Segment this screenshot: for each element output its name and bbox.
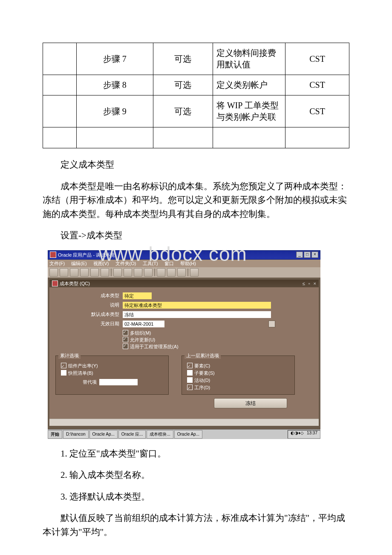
- form-restore-icon[interactable]: ▫: [308, 280, 310, 287]
- clock: 13:37: [307, 431, 317, 435]
- cell-module: CST: [285, 43, 349, 75]
- heading-define-cost-type: 定义成本类型: [43, 158, 349, 172]
- taskbar-item[interactable]: Oracle Ap...: [174, 430, 202, 439]
- cell-optional: 可选: [153, 75, 213, 95]
- toolbar-button[interactable]: [101, 268, 109, 277]
- checkbox-operation[interactable]: [187, 384, 193, 390]
- taskbar-item[interactable]: Oracle 应...: [118, 430, 146, 439]
- cell-step: 步骤 9: [76, 95, 153, 127]
- legend-rollup: 累计选项: [58, 353, 81, 359]
- label-activity: 活动(D): [194, 378, 210, 383]
- toolbar-button[interactable]: [49, 268, 58, 277]
- toolbar-separator: [111, 269, 112, 276]
- form-titlebar: 成本类型 (QC) ≤ ▫ ×: [49, 280, 319, 287]
- checkbox-subelement[interactable]: [187, 370, 193, 376]
- table-row-empty: [43, 127, 349, 148]
- step-1: 1. 定位至"成本类型"窗口。: [43, 447, 349, 461]
- start-button[interactable]: 开始: [48, 430, 62, 439]
- para-nav: 设置->成本类型: [43, 228, 349, 243]
- table-row: 步骤 8 可选 定义类别帐户 CST: [43, 75, 349, 95]
- cell-step: 步骤 8: [76, 75, 153, 95]
- taskbar-item[interactable]: Oracle Ap...: [89, 430, 118, 439]
- menu-help[interactable]: 帮助(H): [180, 261, 196, 266]
- toolbar-button[interactable]: [190, 268, 199, 277]
- field-inactive-date[interactable]: 02-MAR-2001: [123, 321, 164, 327]
- system-tray[interactable]: ◐◑♦◇ 13:37: [288, 430, 320, 439]
- label-component-yield: 组件产出率(Y): [68, 363, 98, 368]
- form-body: 成本类型 待定 说明 待定标准成本类型 默认成本类型 冻结 无效日期 02-MA…: [49, 287, 319, 419]
- form-minimize-icon[interactable]: ≤: [303, 280, 305, 287]
- cell-module: CST: [285, 75, 349, 95]
- label-element: 要素(C): [194, 363, 210, 368]
- table-row: 步骤 9 可选 将 WIP 工单类型与类别帐户关联 CST: [43, 95, 349, 127]
- toolbar-button[interactable]: [90, 268, 99, 277]
- field-desc[interactable]: 待定标准成本类型: [123, 302, 271, 309]
- steps-table: 步骤 7 可选 定义物料间接费用默认值 CST 步骤 8 可选 定义类别帐户 C…: [43, 43, 349, 148]
- label-operation: 工序(D): [194, 385, 210, 390]
- label-subelement: 子要素(S): [194, 370, 215, 376]
- legend-prev-level: 上一层累计选项: [184, 353, 221, 359]
- minimize-button[interactable]: _: [296, 251, 303, 258]
- cell-optional: 可选: [153, 43, 213, 75]
- toolbar-button[interactable]: [144, 268, 153, 277]
- label-inactive-date: 无效日期: [55, 321, 123, 327]
- cell-desc: 将 WIP 工单类型与类别帐户关联: [213, 95, 285, 127]
- app-icon: [50, 251, 56, 258]
- flexfield-button[interactable]: [268, 321, 275, 327]
- windows-taskbar: 开始 D:\hancon Oracle Ap... Oracle 应... 成本…: [48, 429, 320, 439]
- field-alternate[interactable]: [99, 379, 138, 385]
- toolbar-button[interactable]: [167, 268, 176, 277]
- toolbar-button[interactable]: [80, 268, 89, 277]
- label-alternate: 替代项: [61, 379, 99, 385]
- para-intro: 成本类型是唯一由名称标识的成本集。系统为您预定义了两种成本类型：冻结（用于标准成…: [43, 179, 349, 221]
- label-multi-org: 多组织(M): [130, 330, 151, 335]
- checkbox-component-yield[interactable]: [61, 363, 66, 368]
- toolbar-button[interactable]: [60, 268, 68, 277]
- toolbar-button[interactable]: [70, 268, 78, 277]
- checkbox-activity[interactable]: [187, 377, 193, 383]
- freeze-button[interactable]: 冻结: [214, 398, 287, 408]
- cell-desc: 定义类别帐户: [213, 75, 285, 95]
- menu-bar[interactable]: 文件(F) 编辑(E) 视图(V) 文件夹(O) 工具(T) 窗口 帮助(H): [48, 260, 320, 267]
- menu-folder[interactable]: 文件夹(O): [115, 261, 136, 266]
- toolbar-button[interactable]: [134, 268, 142, 277]
- cell-step: 步骤 7: [76, 43, 153, 75]
- label-eng-system: 适用于工程管理系统(A): [130, 344, 179, 349]
- table-row: 步骤 7 可选 定义物料间接费用默认值 CST: [43, 43, 349, 75]
- checkbox-multi-org[interactable]: [123, 330, 128, 335]
- taskbar-item[interactable]: 成本模块...: [147, 430, 173, 439]
- app-title: Oracle 应用产品 - 调试环境: [58, 251, 115, 259]
- toolbar-button[interactable]: [113, 268, 122, 277]
- taskbar-item[interactable]: D:\hancon: [63, 430, 89, 439]
- groupbox-rollup-options: 累计选项 组件产出率(Y) 快照清单(B) 替代项: [55, 356, 169, 395]
- label-desc: 说明: [55, 302, 123, 308]
- menu-tools[interactable]: 工具(T): [143, 261, 158, 266]
- maximize-button[interactable]: □: [304, 251, 311, 258]
- step-3: 3. 选择默认成本类型。: [43, 490, 349, 504]
- form-icon: [52, 280, 58, 286]
- checkbox-allow-update[interactable]: [123, 337, 128, 342]
- toolbar-button[interactable]: [177, 268, 186, 277]
- toolbar: [48, 267, 320, 278]
- checkbox-element[interactable]: [187, 363, 193, 368]
- menu-window[interactable]: 窗口: [164, 261, 174, 266]
- close-button[interactable]: ×: [311, 251, 318, 258]
- cell-desc: 定义物料间接费用默认值: [213, 43, 285, 75]
- menu-edit[interactable]: 编辑(E): [71, 261, 87, 266]
- checkbox-eng-system[interactable]: [123, 344, 128, 349]
- toolbar-separator: [154, 269, 155, 276]
- checkbox-snapshot-bom[interactable]: [61, 370, 66, 376]
- menu-view[interactable]: 视图(V): [93, 261, 109, 266]
- form-close-icon[interactable]: ×: [314, 280, 316, 287]
- toolbar-button[interactable]: [124, 268, 132, 277]
- field-cost-type[interactable]: 待定: [123, 292, 152, 299]
- field-default-cost-type[interactable]: 冻结: [123, 311, 271, 318]
- para-default-explain: 默认值反映了当前组织的成本计算方法，标准成本计算为"冻结"，平均成本计算为"平均…: [43, 511, 349, 539]
- menu-file[interactable]: 文件(F): [49, 261, 65, 266]
- oracle-screenshot: www bdocx com Oracle 应用产品 - 调试环境 _ □ × 文…: [48, 250, 320, 439]
- app-titlebar: Oracle 应用产品 - 调试环境 _ □ ×: [48, 250, 320, 260]
- label-default-cost-type: 默认成本类型: [55, 311, 123, 318]
- toolbar-button[interactable]: [157, 268, 165, 277]
- cell-blank: [43, 43, 77, 75]
- tray-icons: ◐◑♦◇: [291, 431, 304, 435]
